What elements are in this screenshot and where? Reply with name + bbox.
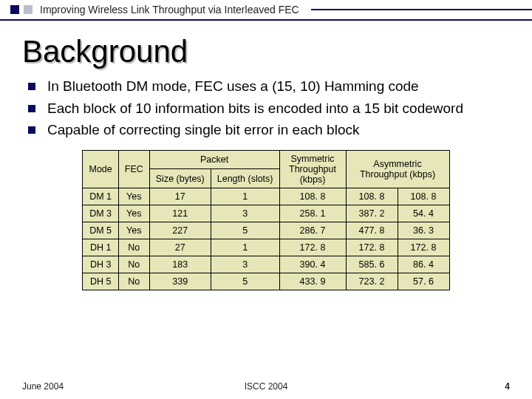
col-asym: Asymmetric Throughput (kbps) [346,150,449,188]
cell-size: 227 [149,222,211,239]
cell-asym-a: 108. 8 [346,188,398,205]
bullet-item: Each block of 10 information bits is enc… [28,99,510,118]
cell-asym-a: 387. 2 [346,205,398,222]
top-bar: Improving Wireless Link Throughput via I… [0,0,532,19]
cell-asym-a: 585. 6 [346,256,398,273]
cell-size: 183 [149,256,211,273]
table-row: DM 3 Yes 121 3 258. 1 387. 2 54. 4 [83,205,449,222]
cell-fec: No [118,239,149,256]
slide: Improving Wireless Link Throughput via I… [0,0,532,399]
slide-title: Background [22,34,532,69]
slide-body: In Bluetooth DM mode, FEC uses a (15, 10… [0,77,532,290]
cell-fec: Yes [118,205,149,222]
cell-fec: Yes [118,222,149,239]
cell-fec: No [118,273,149,290]
cell-mode: DH 5 [83,273,118,290]
table-row: DH 5 No 339 5 433. 9 723. 2 57. 6 [83,273,449,290]
table-row: DH 3 No 183 3 390. 4 585. 6 86. 4 [83,256,449,273]
rule-line-full [0,19,532,21]
cell-length: 3 [211,205,279,222]
cell-sym: 258. 1 [279,205,346,222]
accent-square-icon [10,5,19,14]
cell-asym-a: 723. 2 [346,273,398,290]
cell-asym-a: 172. 8 [346,239,398,256]
running-title: Improving Wireless Link Throughput via I… [40,4,299,16]
bullet-list: In Bluetooth DM mode, FEC uses a (15, 10… [22,77,510,140]
cell-length: 1 [211,188,279,205]
cell-length: 1 [211,239,279,256]
rule-line [311,9,532,10]
footer-date: June 2004 [22,381,64,392]
cell-length: 3 [211,256,279,273]
col-mode: Mode [83,150,118,188]
cell-sym: 172. 8 [279,239,346,256]
col-packet: Packet [149,150,279,169]
col-size: Size (bytes) [149,169,211,188]
cell-asym-a: 477. 8 [346,222,398,239]
cell-size: 17 [149,188,211,205]
cell-sym: 108. 8 [279,188,346,205]
cell-length: 5 [211,273,279,290]
cell-mode: DH 1 [83,239,118,256]
cell-fec: No [118,256,149,273]
accent-square-light-icon [24,5,33,14]
cell-asym-b: 54. 4 [398,205,449,222]
cell-size: 27 [149,239,211,256]
cell-sym: 286. 7 [279,222,346,239]
cell-mode: DH 3 [83,256,118,273]
bullet-item: In Bluetooth DM mode, FEC uses a (15, 10… [28,77,510,96]
cell-asym-b: 36. 3 [398,222,449,239]
bullet-item: Capable of correcting single bit error i… [28,120,510,140]
cell-mode: DM 1 [83,188,118,205]
col-sym: Symmetric Throughput (kbps) [279,150,346,188]
cell-sym: 390. 4 [279,256,346,273]
col-length: Length (slots) [211,169,279,188]
cell-mode: DM 3 [83,205,118,222]
table-row: DH 1 No 27 1 172. 8 172. 8 172. 8 [83,239,449,256]
table-row: DM 5 Yes 227 5 286. 7 477. 8 36. 3 [83,222,449,239]
throughput-table: Mode FEC Packet Symmetric Throughput (kb… [82,150,449,290]
slide-number: 4 [505,381,510,392]
cell-fec: Yes [118,188,149,205]
table-header-row: Mode FEC Packet Symmetric Throughput (kb… [83,150,449,169]
col-fec: FEC [118,150,149,188]
cell-sym: 433. 9 [279,273,346,290]
cell-size: 121 [149,205,211,222]
footer: June 2004 ISCC 2004 4 [0,381,532,392]
table-row: DM 1 Yes 17 1 108. 8 108. 8 108. 8 [83,188,449,205]
cell-asym-b: 57. 6 [398,273,449,290]
cell-asym-b: 86. 4 [398,256,449,273]
footer-venue: ISCC 2004 [245,381,288,392]
cell-mode: DM 5 [83,222,118,239]
cell-asym-b: 172. 8 [398,239,449,256]
cell-size: 339 [149,273,211,290]
cell-length: 5 [211,222,279,239]
cell-asym-b: 108. 8 [398,188,449,205]
